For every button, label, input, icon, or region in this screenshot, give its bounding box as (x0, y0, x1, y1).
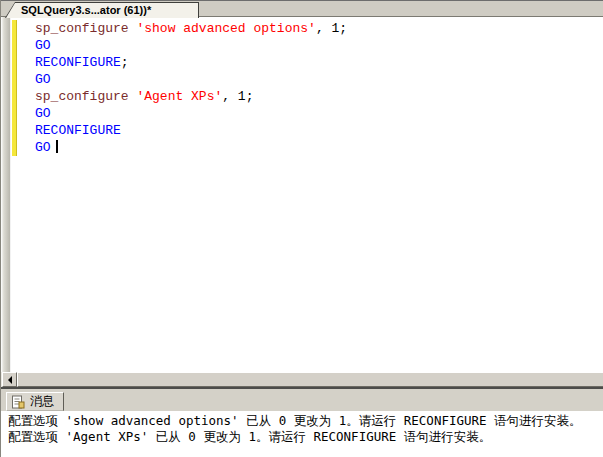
ssms-query-window: SQLQuery3.s...ator (61))* sp_configure '… (0, 0, 603, 457)
code-segment-keyword: RECONFIGURE (35, 123, 121, 138)
messages-icon (11, 395, 25, 409)
code-segment-sysproc: sp_configure (35, 21, 129, 36)
horizontal-scrollbar-thumb[interactable] (17, 372, 603, 387)
text-caret (56, 140, 58, 153)
document-tabstrip: SQLQuery3.s...ator (61))* (1, 0, 603, 17)
code-segment-keyword: GO (35, 72, 51, 87)
tab-messages-label: 消息 (30, 393, 54, 410)
code-segment-string: 'Agent XPs' (136, 89, 222, 104)
code-line[interactable]: sp_configure 'Agent XPs', 1; (35, 88, 603, 105)
change-tracking-bar (12, 20, 17, 156)
code-line[interactable]: sp_configure 'show advanced options', 1; (35, 20, 603, 37)
query-document-tab[interactable]: SQLQuery3.s...ator (61))* (5, 2, 199, 18)
code-line[interactable]: RECONFIGURE; (35, 54, 603, 71)
code-segment-plain: , 1; (316, 21, 347, 36)
message-line: 配置选项 'show advanced options' 已从 0 更改为 1。… (8, 413, 600, 429)
results-tabstrip: 消息 (1, 389, 603, 411)
code-line[interactable]: GO (35, 139, 603, 156)
code-line[interactable]: RECONFIGURE (35, 122, 603, 139)
query-document-tab-label: SQLQuery3.s...ator (61))* (6, 3, 198, 18)
scroll-left-button[interactable] (2, 372, 17, 387)
scroll-left-arrow-icon (8, 376, 12, 384)
horizontal-scrollbar[interactable] (1, 372, 603, 387)
code-segment-string: 'show advanced options' (136, 21, 315, 36)
code-segment-sysproc: sp_configure (35, 89, 129, 104)
code-segment-keyword: RECONFIGURE (35, 55, 121, 70)
code-lines: sp_configure 'show advanced options', 1;… (35, 20, 603, 156)
code-line[interactable]: GO (35, 105, 603, 122)
tab-messages[interactable]: 消息 (6, 392, 64, 411)
code-segment-keyword: GO (35, 38, 51, 53)
message-line: 配置选项 'Agent XPs' 已从 0 更改为 1。请运行 RECONFIG… (8, 429, 600, 445)
messages-output[interactable]: 配置选项 'show advanced options' 已从 0 更改为 1。… (1, 411, 603, 457)
selection-margin[interactable] (1, 17, 11, 372)
code-line[interactable]: GO (35, 37, 603, 54)
code-segment-plain: , 1; (222, 89, 253, 104)
code-segment-keyword: GO (35, 106, 51, 121)
code-segment-keyword: GO (35, 140, 51, 155)
code-segment-plain: ; (121, 55, 129, 70)
code-line[interactable]: GO (35, 71, 603, 88)
sql-code-editor[interactable]: sp_configure 'show advanced options', 1;… (1, 17, 603, 372)
